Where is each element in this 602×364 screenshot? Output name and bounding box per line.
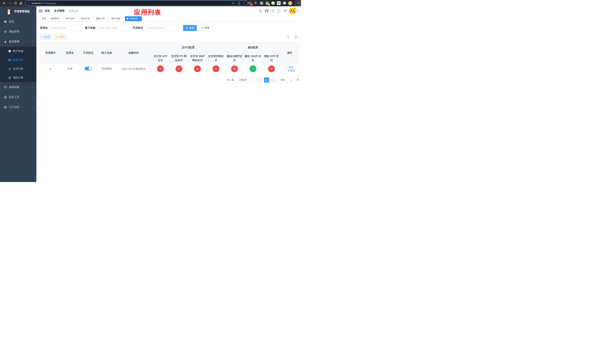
- sidebar-item-home[interactable]: 首页: [0, 17, 36, 27]
- table-row: 6 芋道 芋道源码 2021-10-23 08:49:25 × × × × × …: [40, 64, 299, 74]
- sidebar-item-pay-order[interactable]: ¥ 支付订单: [0, 64, 36, 73]
- tab-pay-order[interactable]: 支付订单 ×: [79, 16, 94, 21]
- add-button[interactable]: + 新增: [40, 34, 52, 39]
- sidebar-item-workflow[interactable]: 工作流程: [0, 102, 36, 112]
- page-size-select[interactable]: 10条/页: [236, 77, 254, 83]
- share-icon[interactable]: [237, 2, 240, 5]
- sidebar-item-merchant-info[interactable]: 商户信息: [0, 47, 36, 55]
- font-size-icon[interactable]: TT: [283, 9, 287, 12]
- sidebar-item-payment[interactable]: ¥ 支付管理: [0, 37, 36, 47]
- close-icon[interactable]: ×: [91, 18, 92, 20]
- vue-devtools-extension-icon[interactable]: v: [271, 1, 275, 5]
- export-button[interactable]: 导出: [54, 34, 66, 39]
- refresh-table-button[interactable]: [293, 34, 298, 40]
- breadcrumb-payment[interactable]: 支付管理: [54, 9, 64, 13]
- url-text[interactable]: localhost:1024/pay/app: [32, 2, 232, 5]
- tab-app-info[interactable]: 应用信息 ×: [125, 16, 142, 21]
- close-icon[interactable]: ×: [139, 18, 140, 20]
- close-icon[interactable]: ×: [121, 18, 122, 20]
- command-extension-icon[interactable]: ⌘: [259, 1, 264, 5]
- monitor-icon: [4, 86, 7, 89]
- goto-page-input[interactable]: [287, 77, 295, 83]
- dashboard-icon: [4, 20, 7, 23]
- user-menu[interactable]: [289, 8, 298, 14]
- sidebar-item-devtools[interactable]: 研发工具: [0, 92, 36, 102]
- delete-button[interactable]: 删除: [287, 69, 295, 72]
- github-icon[interactable]: [265, 9, 269, 13]
- sidebar-item-label: 商户信息: [13, 49, 33, 53]
- merchant-name-input[interactable]: [97, 25, 129, 31]
- sidebar-item-label: 研发工具: [9, 96, 32, 99]
- info-icon[interactable]: i: [27, 2, 30, 5]
- password-key-icon[interactable]: [232, 2, 235, 5]
- reset-button[interactable]: 重置: [199, 25, 212, 31]
- breadcrumb-home[interactable]: 首页: [45, 9, 50, 13]
- profile-avatar-icon[interactable]: [288, 1, 292, 5]
- close-icon[interactable]: ×: [60, 18, 61, 20]
- col-wechat-jsapi: 微信 JSAPI 支付: [244, 53, 262, 64]
- col-merchant-name: 商户名称: [97, 42, 116, 64]
- refresh-icon: [201, 27, 204, 29]
- gear-icon: [4, 30, 7, 33]
- extensions-puzzle-icon[interactable]: [282, 1, 287, 5]
- edit-button[interactable]: 修改: [286, 65, 294, 69]
- forward-icon: [8, 1, 11, 5]
- status-select[interactable]: 请选择开启状态: [145, 25, 181, 31]
- chat-extension-icon[interactable]: [277, 1, 281, 5]
- prev-page-button[interactable]: [257, 77, 262, 83]
- toggle-search-button[interactable]: [285, 34, 291, 40]
- next-page-button[interactable]: [271, 77, 277, 83]
- page-content: 应用名 商户名称 开启状态 请选择开启状态 搜索 重置: [36, 22, 301, 182]
- chevron-up-icon: [32, 41, 34, 43]
- page-number-active[interactable]: 1: [264, 77, 269, 83]
- extensions-area: 10 ⌘ 1 v 更新 ⋮: [250, 1, 301, 6]
- proxy-extension-icon[interactable]: 1: [265, 1, 269, 5]
- cell-actions: 修改 删除: [281, 64, 299, 74]
- sidebar-item-label: 退款订单: [13, 76, 33, 79]
- tab-refund-order[interactable]: 退款订单 ×: [94, 16, 109, 21]
- close-icon[interactable]: ×: [75, 18, 76, 20]
- sidebar-item-infrastructure[interactable]: 基础设施: [0, 82, 36, 92]
- close-icon[interactable]: ×: [106, 18, 107, 20]
- app-name-input[interactable]: [50, 25, 82, 31]
- sidebar-menu: 首页 系统管理 ¥ 支付管理 商户信息: [0, 17, 36, 112]
- cell-app-name: 芋道: [61, 64, 79, 74]
- app-logo[interactable]: 芋道管理系统: [0, 6, 36, 17]
- status-wechat-app: ×: [268, 65, 275, 72]
- avatar[interactable]: [289, 8, 296, 14]
- tab-user-group[interactable]: 用户分组 ×: [64, 16, 78, 21]
- browser-update-button[interactable]: 更新: [294, 1, 301, 6]
- merchant-name-label: 商户名称: [85, 26, 95, 30]
- sidebar-item-system[interactable]: 系统管理: [0, 27, 36, 37]
- help-icon[interactable]: ?: [271, 9, 275, 12]
- documents-icon: [8, 76, 11, 79]
- sidebar-fold-icon[interactable]: [39, 10, 42, 12]
- search-icon[interactable]: [258, 9, 262, 13]
- forward-button[interactable]: [7, 1, 12, 6]
- refresh-icon: [294, 36, 297, 38]
- fullscreen-icon[interactable]: [277, 9, 281, 13]
- search-button[interactable]: 搜索: [183, 25, 197, 31]
- yuan-circle-icon: ¥: [8, 68, 11, 70]
- sidebar-item-app-info[interactable]: 应用信息: [0, 55, 36, 64]
- url-bar[interactable]: i localhost:1024/pay/app ☆: [25, 1, 247, 6]
- tab-home[interactable]: 首页: [40, 16, 48, 21]
- sidebar-item-refund-order[interactable]: 退款订单: [0, 73, 36, 82]
- reload-button[interactable]: [13, 1, 18, 6]
- gem-extension-icon[interactable]: [254, 1, 258, 5]
- bookmark-star-icon[interactable]: ☆: [243, 2, 246, 5]
- tab-process-form[interactable]: 流程表单 ×: [49, 16, 63, 21]
- col-alipay-wap: 支付宝 WAP 网站支付: [188, 53, 207, 64]
- breadcrumb-separator: /: [66, 10, 67, 12]
- app-title: 芋道管理系统: [14, 10, 30, 13]
- enabled-toggle[interactable]: [85, 67, 92, 70]
- tab-merchant-info[interactable]: 商户信息 ×: [110, 16, 124, 21]
- back-button[interactable]: [2, 1, 7, 6]
- home-button[interactable]: [19, 1, 23, 6]
- tab-label: 流程表单: [50, 17, 59, 20]
- col-wechat-lite: 微信小程序支付: [225, 53, 244, 64]
- tab-label: 首页: [42, 17, 46, 20]
- password-manager-extension-icon[interactable]: 10: [248, 1, 252, 5]
- tags-view-bar: 首页 流程表单 × 用户分组 × 支付订单 × 退款订单 × 商户信息 ×: [36, 16, 301, 22]
- grid-table-icon: [8, 58, 11, 62]
